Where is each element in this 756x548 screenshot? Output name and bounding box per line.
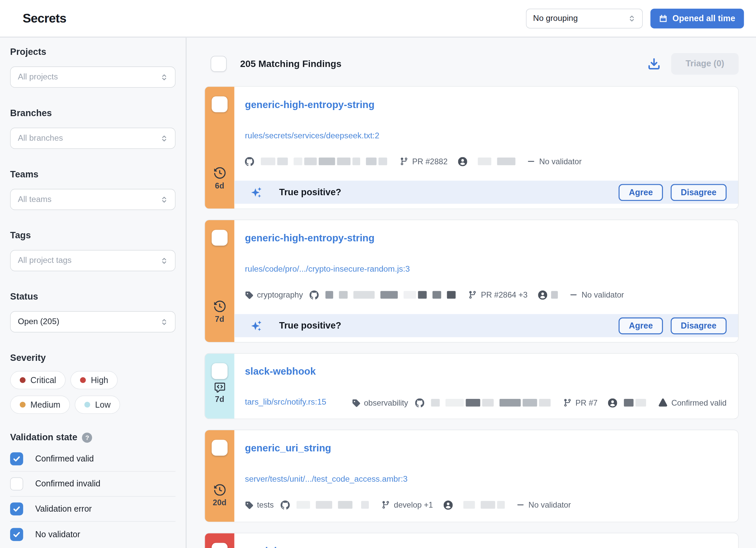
finding-age: 6d	[215, 181, 224, 190]
finding-checkbox[interactable]	[212, 440, 227, 456]
chevron-updown-icon	[161, 196, 168, 203]
validation-option-confirmed-invalid[interactable]: Confirmed invalid	[10, 472, 176, 496]
finding-age: 7d	[215, 395, 224, 404]
finding-tag[interactable]: cryptography	[257, 289, 303, 301]
branch-label[interactable]: develop +1	[394, 499, 433, 511]
finding-path-link[interactable]: rules/secrets/services/deepseek.txt:2	[245, 131, 379, 141]
minus-icon	[570, 294, 577, 296]
finding-tag[interactable]: tests	[257, 499, 274, 511]
warning-icon	[659, 399, 667, 407]
finding-checkbox[interactable]	[212, 96, 227, 112]
checkbox-checked[interactable]	[10, 503, 23, 516]
projects-select[interactable]: All projects	[10, 66, 176, 88]
validation-option-no-validator[interactable]: No validator	[10, 522, 176, 547]
github-icon	[281, 500, 290, 509]
pr-label[interactable]: PR #2864 +3	[481, 289, 528, 301]
redacted-block	[354, 291, 375, 299]
app-window: Secrets No grouping Opened all time Proj…	[0, 0, 756, 548]
finding-rule-link[interactable]: generic-high-entropy-string	[245, 232, 375, 244]
finding-card: 20d generic_uri_string server/tests/unit…	[204, 430, 739, 522]
redacted-block	[551, 291, 558, 299]
disagree-button[interactable]: Disagree	[671, 317, 727, 334]
validator-status: No validator	[581, 289, 624, 301]
finding-rule-link[interactable]: generic-high-entropy-string	[245, 99, 375, 110]
projects-label: Projects	[10, 47, 176, 57]
checkbox-checked[interactable]	[10, 452, 23, 466]
finding-path-link[interactable]: rules/code/pro/.../crypto-insecure-rando…	[245, 264, 410, 274]
filters-sidebar: Projects All projects Branches All branc…	[0, 38, 187, 548]
severity-label: Severity	[10, 353, 176, 363]
person-icon	[538, 290, 547, 299]
finding-card: 7d generic-high-entropy-string rules/cod…	[204, 220, 739, 343]
checkmark-icon	[12, 505, 21, 513]
severity-pill-critical[interactable]: Critical	[10, 371, 66, 389]
severity-pill-low[interactable]: Low	[75, 396, 120, 414]
finding-path-link[interactable]: tars_lib/src/notify.rs:15	[245, 397, 326, 407]
agree-button[interactable]: Agree	[619, 317, 663, 334]
validation-option-validation-error[interactable]: Validation error	[10, 496, 176, 521]
checkmark-icon	[12, 455, 21, 463]
redacted-block	[418, 291, 427, 299]
checkbox-unchecked[interactable]	[10, 477, 23, 490]
pr-label[interactable]: PR #2882	[412, 156, 448, 167]
redacted-block	[497, 501, 505, 509]
validation-option-confirmed-valid[interactable]: Confirmed valid	[10, 447, 176, 472]
grouping-select[interactable]: No grouping	[526, 8, 642, 28]
finding-rule-link[interactable]: gemini	[245, 545, 277, 548]
tags-select[interactable]: All project tags	[10, 250, 176, 271]
finding-tag[interactable]: observability	[364, 397, 408, 408]
help-icon[interactable]: ?	[82, 432, 92, 442]
tags-label: Tags	[10, 230, 176, 241]
redacted-block	[481, 501, 495, 509]
finding-rule-link[interactable]: slack-webhook	[245, 366, 316, 377]
git-branch-icon	[468, 290, 477, 299]
pr-label[interactable]: PR #7	[575, 397, 598, 408]
tag-icon	[245, 291, 253, 299]
opened-all-time-button[interactable]: Opened all time	[650, 8, 744, 28]
triage-button[interactable]: Triage (0)	[671, 53, 738, 74]
redacted-block	[296, 501, 310, 509]
branches-select[interactable]: All branches	[10, 128, 176, 149]
severity-pill-high[interactable]: High	[71, 371, 118, 389]
finding-checkbox[interactable]	[212, 363, 227, 379]
finding-rule-link[interactable]: generic_uri_string	[245, 442, 331, 454]
redacted-block	[624, 399, 634, 407]
agree-button[interactable]: Agree	[619, 184, 663, 201]
chevron-updown-icon	[161, 73, 168, 80]
redacted-block	[447, 291, 456, 299]
redacted-block	[294, 158, 303, 165]
sparkles-icon	[250, 186, 262, 198]
github-icon	[310, 290, 319, 299]
redacted-block	[466, 399, 480, 407]
redacted-block	[361, 501, 369, 509]
redacted-block	[499, 399, 521, 407]
redacted-block	[304, 158, 317, 165]
code-comment-icon	[214, 382, 225, 392]
person-icon	[608, 398, 617, 407]
findings-toolbar: 205 Matching Findings Triage (0)	[204, 53, 739, 74]
severity-strip: 6d	[205, 87, 234, 209]
chevron-updown-icon	[161, 135, 168, 142]
checkbox-checked[interactable]	[10, 528, 23, 541]
validator-status: No validator	[529, 499, 571, 511]
disagree-button[interactable]: Disagree	[671, 184, 727, 201]
teams-select[interactable]: All teams	[10, 189, 176, 210]
chevron-updown-icon	[161, 257, 168, 264]
redacted-block	[338, 501, 352, 509]
person-icon	[458, 157, 467, 166]
redacted-block	[433, 291, 441, 299]
high-dot-icon	[80, 377, 86, 383]
severity-pill-medium[interactable]: Medium	[10, 396, 70, 414]
finding-checkbox[interactable]	[212, 230, 227, 246]
finding-card: 7d slack-webhook tars_lib/src/notify.rs:…	[204, 353, 739, 419]
status-select[interactable]: Open (205)	[10, 311, 176, 333]
redacted-block	[277, 158, 288, 165]
finding-meta: PR #2882 No validator	[245, 156, 727, 167]
finding-meta: observability	[352, 397, 726, 408]
select-all-checkbox[interactable]	[211, 56, 226, 72]
download-icon[interactable]	[648, 57, 661, 70]
finding-path-link[interactable]: server/tests/unit/.../test_code_access.a…	[245, 474, 408, 484]
finding-checkbox[interactable]	[212, 543, 227, 548]
finding-age: 20d	[213, 498, 227, 507]
minus-icon	[528, 161, 535, 162]
